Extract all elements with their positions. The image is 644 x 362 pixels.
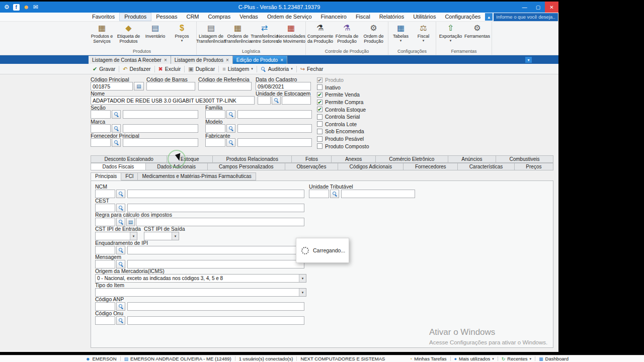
facebook-icon[interactable]: f [13, 4, 20, 11]
menu-tab-ordem-de-servico[interactable]: Ordem de Serviço [263, 13, 316, 21]
cest-description-field[interactable] [127, 204, 304, 212]
chat-icon[interactable]: ✉ [33, 4, 38, 11]
mensagem-description-field[interactable] [127, 260, 304, 268]
tab-dados-fiscais[interactable]: Dados Fiscais [91, 163, 146, 170]
excluir-button[interactable]: ✖ Excluir [155, 64, 184, 74]
maximize-button[interactable]: ▢ [531, 2, 545, 13]
fornecedor-code-input[interactable] [91, 138, 111, 147]
menu-tab-financeiro[interactable]: Financeiro [316, 13, 351, 21]
secao-description-field[interactable] [123, 110, 198, 119]
menu-tab-pessoas[interactable]: Pessoas [151, 13, 182, 21]
codigo-anp-code-input[interactable] [95, 302, 115, 311]
ribbon-button-produtos-e-servicos[interactable]: ▦ Produtos e Serviços [89, 22, 115, 44]
menu-tab-vendas[interactable]: Vendas [235, 13, 263, 21]
recentes-button[interactable]: ↻ Recentes ▾ [502, 356, 531, 361]
auditoria-button[interactable]: Auditoria ▾ [258, 64, 296, 74]
familia-search-button[interactable] [226, 110, 235, 119]
collapse-ribbon-icon[interactable]: ▴ [485, 13, 493, 21]
enquadramento-code-input[interactable] [95, 246, 115, 254]
secao-code-input[interactable] [91, 110, 111, 119]
gravar-button[interactable]: ✔ Gravar [90, 64, 118, 74]
close-tab-icon[interactable]: × [226, 57, 229, 63]
fabricante-description-field[interactable] [237, 138, 312, 147]
tab-desconto-escalonado[interactable]: Desconto Escalonado [91, 155, 167, 163]
ribbon-button-precos[interactable]: $ Preços ▾ [169, 22, 195, 43]
codigo-onu-search-button[interactable] [116, 316, 125, 325]
checkbox-sob-encomenda[interactable]: Sob Encomenda [317, 128, 369, 135]
doc-tab-listagem-de-produtos[interactable]: Listagem de Produtos × [171, 56, 233, 64]
enquadramento-description-field[interactable] [127, 246, 304, 254]
doc-tab-edicao-de-produto[interactable]: Edição de Produto × [233, 56, 287, 64]
cst-ipi-saida-select[interactable]: ▾ [144, 232, 179, 240]
tab-produtos-relacionados[interactable]: Produtos Relacionados [213, 155, 292, 163]
secao-search-button[interactable] [112, 110, 121, 119]
tab-comercio-eletronico[interactable]: Comércio Eletrônico [376, 155, 448, 163]
close-tab-icon[interactable]: × [280, 57, 283, 63]
dashboard-button[interactable]: ▦ Dashboard [539, 356, 569, 361]
modelo-code-input[interactable] [205, 124, 225, 133]
marca-search-button[interactable] [112, 124, 121, 133]
modelo-description-field[interactable] [237, 124, 312, 133]
tab-anexos[interactable]: Anexos [332, 155, 375, 163]
tab-campos-personalizados[interactable]: Campos Personalizados [208, 163, 285, 170]
codigo-referencia-input[interactable] [198, 82, 252, 90]
listagem-button[interactable]: ≡ Listagem ▾ [219, 64, 256, 74]
fornecedor-description-field[interactable] [123, 138, 198, 147]
ribbon-button-ordem-de-producao[interactable]: ⚙ Ordem de Produção [360, 22, 387, 44]
unidade-estocagem-code-input[interactable] [258, 96, 271, 105]
enquadramento-search-button[interactable] [116, 246, 125, 254]
cest-code-input[interactable] [95, 204, 115, 212]
user-icon[interactable]: ☻ [23, 4, 30, 11]
ribbon-button-ferramentas[interactable]: ⚙ Ferramentas [464, 22, 491, 39]
unidade-tributavel-search-button[interactable] [330, 190, 339, 198]
regra-description-field[interactable] [136, 218, 304, 226]
doc-tab-listagem-de-contas-a-receber[interactable]: Listagem de Contas A Receber × [89, 56, 171, 64]
checkbox-permite-venda[interactable]: ✔ Permite Venda [317, 91, 369, 99]
fornecedor-search-button[interactable] [112, 138, 121, 147]
tab-anuncios[interactable]: Anúncios [448, 155, 496, 163]
ribbon-button-fiscal[interactable]: ⚖ Fiscal ▾ [412, 22, 435, 43]
unidade-tributavel-code-input[interactable] [309, 190, 329, 198]
checkbox-controla-estoque[interactable]: ✔ Controla Estoque [317, 106, 369, 113]
ribbon-button-componente-da-producao[interactable]: ⚗ Componente da Produção [307, 22, 334, 44]
ribbon-button-transferencia-entre-setores[interactable]: ⇄ Transferência entre Setores [251, 22, 278, 44]
tab-fotos[interactable]: Fotos [292, 155, 332, 163]
tab-list-button[interactable]: ▾ [525, 57, 532, 63]
ribbon-button-tabelas[interactable]: ▦ Tabelas ▾ [389, 22, 412, 43]
tipo-do-item-select[interactable]: ▾ [95, 288, 306, 297]
regra-search-button[interactable] [116, 218, 125, 226]
cest-search-button[interactable] [116, 204, 125, 212]
ribbon-button-etiqueta-de-produtos[interactable]: ◆ Etiqueta de Produtos [115, 22, 142, 44]
unidade-estocagem-search-button[interactable] [272, 96, 281, 105]
search-input[interactable] [494, 13, 558, 21]
ribbon-button-exportacao[interactable]: ⇧ Exportação ▾ [437, 22, 464, 43]
regra-new-doc-button[interactable]: ▤ [126, 218, 135, 226]
checkbox-produto-pesavel[interactable]: Produto Pesável [317, 135, 369, 143]
tab-observacoes[interactable]: Observações [285, 163, 338, 170]
codigo-card-button[interactable]: ▤ [134, 82, 144, 90]
unidade-tributavel-description-field[interactable] [341, 190, 415, 198]
fabricante-code-input[interactable] [205, 138, 225, 147]
tab-fornecedores[interactable]: Fornecedores [404, 163, 458, 170]
menu-tab-utilitarios[interactable]: Utilitários [409, 13, 440, 21]
tab-combustiveis[interactable]: Combustiveis [496, 155, 553, 163]
cst-ipi-entrada-select[interactable]: ▾ [95, 232, 137, 240]
marca-description-field[interactable] [123, 124, 198, 133]
menu-tab-crm[interactable]: CRM [182, 13, 203, 21]
checkbox-inativo[interactable]: Inativo [317, 84, 369, 92]
tab-codigos-adicionais[interactable]: Códigos Adicionais [338, 163, 404, 170]
codigo-principal-input[interactable] [91, 82, 133, 90]
tab-principais[interactable]: Principais [91, 172, 121, 180]
checkbox-controla-lote[interactable]: Controla Lote [317, 121, 369, 128]
menu-tab-configuracoes[interactable]: Configurações [440, 13, 485, 21]
unidade-estocagem-description-field[interactable] [282, 96, 311, 105]
tab-precos[interactable]: Preços [515, 163, 553, 170]
regra-code-input[interactable] [95, 218, 115, 226]
ribbon-button-necessidades-de-movimento[interactable]: ▦ Necessidades de Movimento [278, 22, 304, 44]
duplicar-button[interactable]: ▣ Duplicar [185, 64, 218, 74]
desfazer-button[interactable]: ↶ Desfazer [120, 64, 153, 74]
minimize-button[interactable]: — [518, 2, 531, 13]
codigo-anp-search-button[interactable] [116, 302, 125, 311]
mais-utilizados-button[interactable]: ● Mais utilizados ▾ [454, 356, 494, 361]
codigo-anp-description-field[interactable] [127, 302, 304, 311]
